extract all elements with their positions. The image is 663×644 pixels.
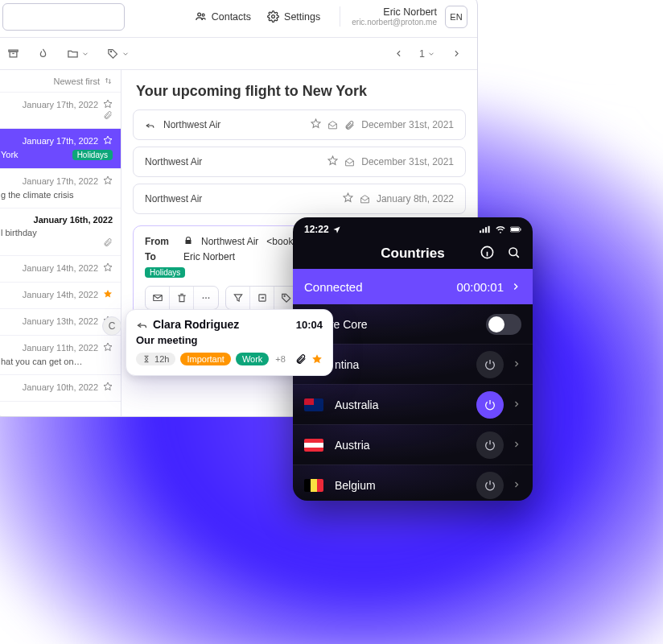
svg-rect-16 (521, 229, 521, 231)
country-row[interactable]: Belgium (293, 465, 533, 501)
page-menu[interactable]: 1 (416, 45, 439, 63)
to-name: Eric Norbert (183, 251, 235, 262)
thread-row[interactable]: Northwest Air January 8th, 2022 (133, 184, 466, 214)
thread-date: January 8th, 2022 (377, 193, 454, 204)
vpn-title-text: Countries (381, 246, 444, 262)
svg-point-0 (197, 13, 200, 16)
user-email: eric.norbert@proton.me (352, 18, 437, 27)
chevron-down-icon (81, 50, 89, 58)
star-button[interactable] (103, 135, 113, 147)
star-button[interactable] (343, 192, 353, 205)
list-item[interactable]: January 17th, 2022 (0, 93, 121, 129)
connect-button[interactable] (476, 351, 504, 378)
search-input[interactable] (2, 3, 125, 31)
prev-page-button[interactable] (389, 44, 408, 64)
star-icon (103, 342, 113, 352)
connect-button[interactable] (476, 391, 504, 419)
list-item[interactable]: January 14th, 2022 (0, 256, 121, 283)
chip-important: Important (180, 353, 230, 365)
thread-title: Your upcoming flight to New York (136, 83, 463, 100)
flag-icon (304, 439, 323, 452)
svg-point-18 (509, 248, 517, 256)
list-date: January 10th, 2022 (23, 382, 98, 392)
user-block[interactable]: Eric Norbert eric.norbert@proton.me (340, 6, 437, 27)
to-label: To (145, 251, 175, 262)
country-details-button[interactable] (512, 439, 521, 452)
chevron-right-icon (512, 440, 521, 449)
status-bar: 12:22 (293, 217, 533, 238)
country-row[interactable]: Austria (293, 425, 533, 465)
contacts-link[interactable]: Contacts (195, 10, 251, 23)
connected-banner[interactable]: Connected 00:00:01 (293, 269, 533, 304)
chevron-down-icon (427, 50, 435, 58)
country-details-button[interactable] (512, 358, 521, 371)
folder-icon (67, 47, 79, 60)
signal-icon (480, 224, 491, 235)
connect-button[interactable] (476, 431, 504, 459)
lang-switch[interactable]: EN (445, 6, 467, 28)
chevron-right-icon (512, 359, 521, 369)
country-details-button[interactable] (512, 398, 521, 411)
star-button[interactable] (103, 289, 113, 300)
archive-button[interactable] (4, 44, 23, 63)
reader-unread-button[interactable] (146, 287, 170, 309)
chevron-right-icon (512, 399, 521, 409)
reader-filter-button[interactable] (226, 287, 250, 309)
connect-button[interactable] (476, 472, 504, 499)
list-item[interactable]: January 14th, 2022 (0, 283, 121, 309)
popup-sender: Clara Rodriguez (153, 318, 239, 331)
country-name: Austria (335, 439, 370, 452)
search-button[interactable] (506, 245, 521, 262)
thread-row[interactable]: Northwest Air December 31st, 2021 (133, 109, 466, 140)
reader-move-button[interactable] (250, 287, 274, 309)
info-button[interactable] (480, 245, 495, 262)
chevron-right-icon (510, 281, 521, 292)
svg-rect-13 (488, 226, 490, 233)
star-button[interactable] (311, 118, 321, 131)
tag-icon (107, 47, 119, 60)
star-button[interactable] (103, 382, 113, 393)
search-icon (506, 245, 521, 260)
tag-menu[interactable] (104, 44, 133, 63)
list-item[interactable]: January 17th, 2022g the climate crisis (0, 169, 121, 208)
star-button[interactable] (327, 155, 338, 168)
folder-menu[interactable] (64, 44, 93, 63)
reader-trash-button[interactable] (170, 287, 194, 309)
list-item[interactable]: January 17th, 2022York Holidays (0, 129, 121, 169)
inbox-move-icon (257, 292, 268, 303)
star-button[interactable] (103, 342, 113, 353)
star-icon (103, 262, 113, 272)
list-item[interactable]: January 10th, 2022 (0, 375, 121, 402)
wifi-icon (495, 224, 506, 235)
trash-icon (176, 292, 187, 303)
star-button[interactable] (103, 262, 113, 274)
star-button[interactable] (103, 175, 113, 187)
star-icon (103, 175, 113, 185)
list-item[interactable]: January 11th, 2022hat you can get on… (0, 336, 121, 375)
chevron-right-icon (451, 48, 462, 59)
next-page-button[interactable] (447, 44, 466, 64)
secure-core-toggle[interactable] (486, 314, 521, 335)
lock-icon (183, 236, 193, 248)
thread-row[interactable]: Northwest Air December 31st, 2021 (133, 147, 466, 177)
sort-toggle[interactable]: Newest first (0, 70, 121, 93)
vpn-header: Countries (293, 238, 533, 269)
svg-point-3 (110, 51, 111, 52)
list-date: January 17th, 2022 (23, 100, 98, 109)
star-button[interactable] (103, 99, 113, 110)
thread-sender: Northwest Air (163, 119, 220, 130)
list-item[interactable]: January 16th, 2022l birthday (0, 208, 121, 256)
reader-more-button[interactable] (194, 287, 218, 309)
spam-button[interactable] (34, 44, 52, 63)
country-details-button[interactable] (512, 479, 521, 492)
badge-holidays: Holidays (72, 150, 113, 160)
settings-link[interactable]: Settings (267, 10, 320, 23)
message-preview-popup[interactable]: C Clara Rodriguez 10:04 Our meeting 12h … (126, 309, 333, 376)
envelope-icon (152, 292, 163, 303)
svg-point-2 (272, 15, 275, 19)
svg-rect-12 (485, 227, 487, 233)
power-icon (484, 398, 496, 411)
list-date: January 11th, 2022 (23, 343, 98, 353)
svg-point-6 (205, 297, 207, 299)
country-row[interactable]: Australia (293, 385, 533, 425)
